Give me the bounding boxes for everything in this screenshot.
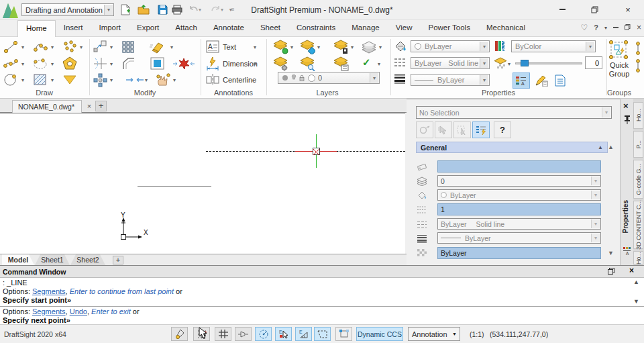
grips-tool-button[interactable] [154,72,172,87]
panel-tab-properties[interactable]: Properties [622,193,629,241]
grips-dropdown-arrow[interactable]: ▾ [173,77,176,83]
tab-home[interactable]: Home [17,20,56,37]
ribbon-options-arrow[interactable]: ▾ [604,25,607,31]
ortho-toggle[interactable] [235,327,252,341]
pattern-tool-button[interactable] [121,40,137,54]
doc-close-button[interactable]: × [637,23,641,32]
quick-group-button[interactable] [608,40,629,60]
layer-apply-check-icon[interactable]: ✓ [362,56,371,68]
text-tool-label[interactable]: Text [223,43,236,51]
move-dropdown-arrow[interactable]: ▾ [110,77,113,83]
doc-minimize-button[interactable] [613,27,619,28]
line-style-field-combo[interactable]: ByLayer Solid line ▾ [437,218,601,230]
print-button[interactable] [170,3,184,17]
layer-manager-button[interactable] [272,56,288,71]
snap-toggle[interactable] [193,327,210,341]
line-color-field-combo[interactable]: ByLayer ▾ [437,189,601,201]
favorites-heart-icon[interactable]: ♡ [580,23,588,32]
layer-field-combo[interactable]: 0 ▾ [437,175,601,187]
chamfer-tool-button[interactable] [121,56,137,71]
text-dropdown-arrow[interactable]: ▾ [254,44,256,50]
ellipse-dropdown-arrow[interactable]: ▾ [51,61,54,67]
layer-freeze-dropdown-arrow[interactable]: ▾ [351,44,354,50]
segments-option-link-2[interactable]: Segments [32,307,66,315]
erase-dropdown-arrow[interactable]: ▾ [170,44,173,50]
layer-state-dropdown-arrow[interactable]: ▾ [317,44,320,50]
ellipse-tool-button[interactable] [32,56,48,71]
command-window-header[interactable]: Command Window × [0,266,644,278]
polyline-dropdown-arrow[interactable]: ▾ [51,44,54,50]
line-style-combo[interactable]: ByLayer Solid line ▾ [411,57,490,69]
save-button[interactable] [155,3,170,17]
panel-scroll-down-icon[interactable]: ▼ [608,250,614,256]
command-window-float-icon[interactable] [608,268,614,276]
properties-document-button[interactable] [551,72,569,89]
undo-option-link[interactable]: Undo [70,307,87,315]
side-tab-properties[interactable]: P... [633,131,643,158]
explode-tool-button[interactable] [172,56,196,71]
new-sheet-button[interactable]: + [113,256,123,264]
open-file-button[interactable] [136,3,151,17]
selection-filter-combo[interactable]: No Selection ▾ [416,106,612,119]
tab-mechanical[interactable]: Mechanical [478,20,533,37]
erase-tool-button[interactable] [149,40,166,54]
document-tab[interactable]: NONAME_0.dwg* [12,100,82,113]
side-tab-home[interactable]: Ho... [633,102,643,129]
line-dropdown-arrow[interactable]: ▾ [21,44,24,50]
tab-constraints[interactable]: Constraints [288,20,343,37]
entity-name-field[interactable] [437,160,601,173]
dynamic-ccs-toggle[interactable]: Dynamic CCS [356,327,403,341]
line-weight-field-combo[interactable]: ByLayer ▾ [437,232,601,244]
quick-group-label[interactable]: Quick Group [606,61,633,79]
grid-toggle[interactable] [215,327,231,341]
layer-states-manager-button[interactable] [361,40,377,54]
tab-export[interactable]: Export [129,20,167,37]
tab-sheet[interactable]: Sheet [252,20,288,37]
selection-window-toggle[interactable] [314,327,331,341]
tab-import[interactable]: Import [91,20,129,37]
command-history[interactable]: : _LINE Options: Segments, Enter to cont… [0,278,644,306]
side-tab-gcode[interactable]: G-code G... [633,160,643,199]
centerline-tool-icon[interactable] [205,72,220,87]
command-input-area[interactable]: Options: Segments, Undo, Enter to exit o… [0,306,644,325]
redo-menu-arrow[interactable]: ▾ [219,3,225,17]
collapse-section-icon[interactable]: ▲ [598,144,603,150]
join-dropdown-arrow[interactable]: ▾ [145,77,148,83]
sheet-tab-model[interactable]: Model [2,254,34,265]
tab-annotate[interactable]: Annotate [205,20,252,37]
hatch-tool-button[interactable] [32,72,48,87]
entity-snap-toggle[interactable]: E [275,327,292,341]
select-window-button[interactable] [453,121,471,138]
trim-dropdown-arrow[interactable]: ▾ [110,61,113,67]
layer-new-button[interactable] [272,40,288,54]
polygon-tool-button[interactable] [62,56,78,71]
new-file-button[interactable] [118,3,133,17]
sheet-tab-sheet1[interactable]: Sheet1 [35,254,70,265]
entity-snap-settings-toggle[interactable] [171,327,188,341]
line-tool-button[interactable] [3,40,19,54]
line-color-combo[interactable]: ByLayer ▾ [411,40,490,52]
transparency-field[interactable]: ByLayer [437,247,601,259]
select-entities-button[interactable] [416,121,433,138]
move-tool-button[interactable] [93,72,109,87]
segments-option-link[interactable]: Segments [32,287,66,295]
panel-close-icon[interactable]: × [623,101,629,111]
polar-guide-toggle[interactable] [255,327,272,341]
transparency-value-field[interactable]: 0 [585,56,602,69]
tab-view[interactable]: View [388,20,421,37]
polyline-tool-button[interactable] [32,40,48,54]
dimension-dropdown-arrow[interactable]: ▾ [254,61,256,67]
circle-tool-button[interactable] [3,72,19,87]
layer-apply-dropdown-arrow[interactable]: ▾ [378,61,380,67]
command-scroll-up-icon[interactable]: ▲ [633,279,639,285]
general-section-header[interactable]: General ▲ [416,142,608,153]
layer-state-button[interactable] [299,40,315,54]
copy-tool-button[interactable] [93,40,109,54]
line-weight-combo[interactable]: ByLayer ▾ [411,74,490,86]
new-document-tab-button[interactable]: + [95,101,107,111]
side-tab-3d-content[interactable]: 3D CONTENT C... [633,201,643,249]
layer-selector-combo[interactable]: 0 ▾ [278,72,380,84]
restore-button[interactable] [588,4,601,15]
side-tab-home-2[interactable]: Ho... [633,251,643,264]
annotation-scale-combo[interactable]: Annotation ▼ [408,327,460,341]
